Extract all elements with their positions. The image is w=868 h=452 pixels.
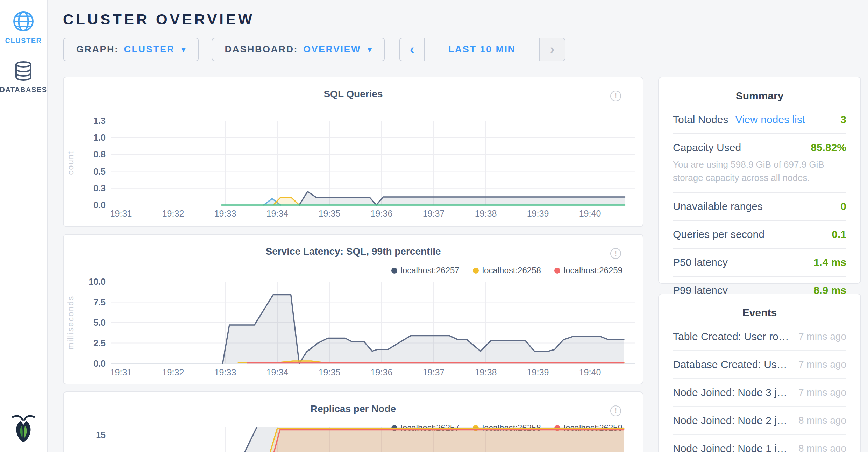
svg-text:19:33: 19:33 — [214, 209, 236, 218]
svg-text:0.0: 0.0 — [93, 359, 106, 368]
capacity-label: Capacity Used — [673, 142, 741, 154]
sidebar-item-databases[interactable]: DATABASES — [0, 61, 47, 94]
events-title: Events — [673, 294, 846, 323]
graph-dropdown-label: GRAPH: — [76, 44, 119, 55]
svg-text:19:36: 19:36 — [371, 209, 393, 218]
svg-text:0.5: 0.5 — [93, 167, 106, 176]
event-time: 7 mins ago — [798, 331, 846, 342]
summary-row-capacity: Capacity Used 85.82% You are using 598.9… — [673, 134, 846, 193]
chart-card-service-latency: Service Latency: SQL, 99th percentile ! … — [63, 234, 643, 384]
unavailable-ranges-value: 0 — [840, 200, 846, 212]
svg-text:10.0: 10.0 — [88, 277, 106, 287]
time-range-selector: ‹ LAST 10 MIN › — [399, 38, 565, 61]
chart-title: Service Latency: SQL, 99th percentile — [64, 235, 643, 257]
time-back-button[interactable]: ‹ — [400, 38, 425, 61]
svg-text:19:34: 19:34 — [266, 209, 289, 218]
svg-text:19:39: 19:39 — [527, 209, 549, 218]
event-time: 8 mins ago — [798, 415, 846, 426]
event-time: 8 mins ago — [798, 443, 846, 452]
svg-text:19:34: 19:34 — [266, 367, 289, 377]
chart-card-sql-queries: SQL Queries ! 19:3119:3219:3319:3419:351… — [63, 77, 643, 227]
event-text: Database Created: User roo... — [673, 359, 791, 370]
chart-title: SQL Queries — [64, 77, 643, 100]
event-time: 7 mins ago — [798, 387, 846, 398]
graph-dropdown[interactable]: GRAPH: CLUSTER ▾ — [63, 38, 199, 61]
svg-text:19:37: 19:37 — [423, 209, 445, 218]
chart-card-replicas-per-node: Replicas per Node ! localhost:26257local… — [63, 391, 643, 452]
svg-text:19:31: 19:31 — [110, 209, 132, 218]
dashboard-content: SQL Queries ! 19:3119:3219:3319:3419:351… — [63, 77, 861, 452]
qps-label: Queries per second — [673, 228, 764, 240]
svg-text:19:31: 19:31 — [110, 367, 132, 377]
page-title: CLUSTER OVERVIEW — [63, 0, 861, 28]
svg-text:count: count — [66, 151, 75, 175]
info-icon[interactable]: ! — [610, 405, 621, 416]
event-text: Node Joined: Node 3 joined... — [673, 387, 791, 398]
sidebar-item-cluster[interactable]: CLUSTER — [5, 10, 42, 45]
cockroach-logo-icon — [12, 414, 35, 444]
time-forward-button[interactable]: › — [540, 38, 565, 61]
summary-row-unavailable-ranges: Unavailable ranges 0 — [673, 193, 846, 221]
summary-title: Summary — [673, 77, 846, 106]
info-icon[interactable]: ! — [610, 91, 621, 101]
svg-text:0.3: 0.3 — [93, 183, 106, 193]
svg-text:19:32: 19:32 — [162, 367, 184, 377]
summary-panel: Summary Total Nodes View nodes list 3 Ca… — [658, 77, 861, 284]
dashboard-dropdown[interactable]: DASHBOARD: OVERVIEW ▾ — [212, 38, 385, 61]
event-text: Node Joined: Node 1 joined... — [673, 443, 791, 452]
svg-text:19:40: 19:40 — [579, 209, 601, 218]
databases-icon — [14, 61, 33, 81]
total-nodes-value: 3 — [840, 114, 846, 126]
unavailable-ranges-label: Unavailable ranges — [673, 200, 763, 212]
svg-text:19:38: 19:38 — [475, 367, 497, 377]
toolbar: GRAPH: CLUSTER ▾ DASHBOARD: OVERVIEW ▾ ‹… — [63, 38, 861, 61]
svg-text:19:36: 19:36 — [371, 367, 393, 377]
p50-latency-label: P50 latency — [673, 256, 728, 268]
sidebar: CLUSTER DATABASES — [0, 0, 48, 452]
capacity-subtext: You are using 598.9 GiB of 697.9 GiB sto… — [673, 158, 846, 184]
event-row[interactable]: Table Created: User root cre... 7 mins a… — [673, 323, 846, 351]
info-icon[interactable]: ! — [610, 248, 621, 259]
graph-dropdown-value: CLUSTER — [124, 44, 175, 55]
events-panel: Events Table Created: User root cre... 7… — [658, 294, 861, 452]
time-range-label[interactable]: LAST 10 MIN — [425, 38, 540, 61]
event-row[interactable]: Node Joined: Node 2 joined... 8 mins ago — [673, 407, 846, 435]
svg-text:19:32: 19:32 — [162, 209, 184, 218]
svg-text:5.0: 5.0 — [93, 318, 106, 327]
event-row[interactable]: Node Joined: Node 1 joined... 8 mins ago — [673, 435, 846, 452]
svg-text:19:37: 19:37 — [423, 367, 445, 377]
event-text: Node Joined: Node 2 joined... — [673, 415, 791, 426]
svg-text:19:33: 19:33 — [214, 367, 236, 377]
svg-text:2.5: 2.5 — [93, 338, 106, 348]
service-latency-chart[interactable]: 19:3119:3219:3319:3419:3519:3619:3719:38… — [64, 270, 643, 384]
right-column: Summary Total Nodes View nodes list 3 Ca… — [658, 77, 861, 452]
view-nodes-list-link[interactable]: View nodes list — [735, 114, 805, 126]
dashboard-dropdown-label: DASHBOARD: — [225, 44, 298, 55]
svg-text:19:39: 19:39 — [527, 367, 549, 377]
svg-text:1.0: 1.0 — [93, 133, 106, 142]
charts-column: SQL Queries ! 19:3119:3219:3319:3419:351… — [63, 77, 643, 452]
chart-title: Replicas per Node — [64, 392, 643, 415]
svg-text:milliseconds: milliseconds — [66, 296, 75, 350]
svg-text:19:38: 19:38 — [475, 209, 497, 218]
total-nodes-label: Total Nodes — [673, 114, 728, 126]
sidebar-item-label: CLUSTER — [5, 37, 42, 45]
event-time: 7 mins ago — [798, 359, 846, 370]
summary-row-qps: Queries per second 0.1 — [673, 221, 846, 249]
svg-text:0.0: 0.0 — [93, 200, 106, 210]
globe-icon — [13, 10, 34, 32]
capacity-value: 85.82% — [811, 142, 846, 154]
replicas-per-node-chart[interactable]: 1510 — [64, 427, 643, 452]
svg-text:15: 15 — [96, 430, 106, 440]
svg-text:1.3: 1.3 — [93, 116, 106, 126]
event-row[interactable]: Database Created: User roo... 7 mins ago — [673, 351, 846, 379]
svg-text:7.5: 7.5 — [93, 297, 106, 307]
event-row[interactable]: Node Joined: Node 3 joined... 7 mins ago — [673, 379, 846, 407]
dashboard-dropdown-value: OVERVIEW — [303, 44, 361, 55]
main-content: CLUSTER OVERVIEW GRAPH: CLUSTER ▾ DASHBO… — [48, 0, 868, 452]
sql-queries-chart[interactable]: 19:3119:3219:3319:3419:3519:3619:3719:38… — [64, 109, 643, 227]
chevron-down-icon: ▾ — [182, 45, 186, 55]
app-root: CLUSTER DATABASES — [0, 0, 868, 452]
p50-latency-value: 1.4 ms — [814, 256, 846, 268]
svg-text:19:35: 19:35 — [319, 209, 341, 218]
